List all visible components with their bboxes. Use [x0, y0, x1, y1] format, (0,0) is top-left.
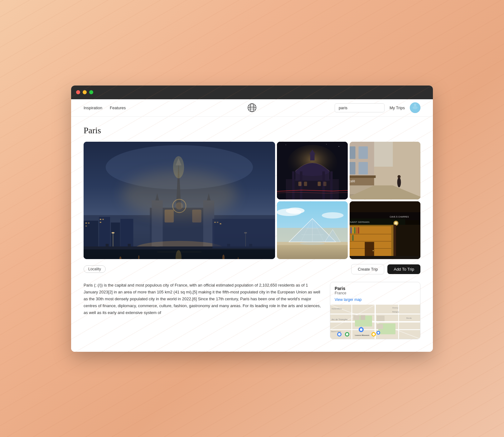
- svg-rect-118: [350, 227, 350, 233]
- saint-germain-photo[interactable]: CAVE À CHARRES LE SAINT GERMAIN: [350, 201, 420, 259]
- svg-text:Bondy: Bondy: [406, 317, 412, 319]
- avatar[interactable]: [410, 102, 420, 113]
- svg-text:LE SAINT GERMAIN: LE SAINT GERMAIN: [350, 221, 370, 223]
- svg-rect-70: [323, 182, 326, 186]
- svg-rect-121: [354, 227, 355, 233]
- svg-point-105: [300, 242, 325, 245]
- svg-text:Aubervilliers: Aubervilliers: [332, 308, 342, 310]
- svg-rect-129: [395, 225, 420, 259]
- photo-bottom-row: Locality Create Trip Add To Trip: [84, 264, 420, 274]
- svg-point-154: [377, 332, 379, 334]
- svg-rect-50: [217, 222, 218, 223]
- svg-rect-119: [350, 227, 351, 233]
- map-image[interactable]: Aubervilliers Drancy Bobigny Bondy Arc d…: [330, 305, 420, 339]
- page-title: Paris: [84, 125, 420, 135]
- svg-rect-18: [100, 222, 101, 223]
- svg-rect-69: [317, 182, 321, 186]
- svg-rect-28: [192, 209, 201, 222]
- nav-left: Inspiration Features: [84, 106, 126, 110]
- my-trips-link[interactable]: My Trips: [390, 106, 405, 110]
- svg-rect-20: [152, 200, 162, 248]
- svg-rect-125: [350, 235, 351, 241]
- svg-rect-17: [102, 219, 104, 220]
- svg-point-30: [176, 202, 183, 209]
- add-to-trip-button[interactable]: Add To Trip: [387, 264, 420, 274]
- maximize-button[interactable]: [89, 90, 93, 94]
- svg-rect-149: [377, 324, 383, 329]
- svg-text:Drancy: Drancy: [392, 307, 398, 309]
- svg-point-128: [372, 250, 374, 251]
- svg-text:Arc de Triomphe: Arc de Triomphe: [332, 318, 347, 321]
- svg-point-167: [372, 333, 375, 336]
- svg-marker-26: [207, 193, 211, 200]
- svg-rect-41: [128, 244, 131, 249]
- svg-text:Louvre Museum: Louvre Museum: [355, 334, 369, 336]
- svg-text:café: café: [350, 179, 355, 183]
- svg-point-5: [414, 104, 416, 106]
- browser-titlebar: [71, 86, 433, 99]
- logo-icon[interactable]: [247, 103, 257, 113]
- svg-point-73: [338, 146, 339, 147]
- browser-window: Inspiration Features paris My Trips: [71, 86, 433, 352]
- svg-rect-133: [393, 225, 396, 259]
- cafe-photo[interactable]: café: [350, 142, 420, 199]
- svg-rect-123: [358, 227, 359, 233]
- search-input[interactable]: paris: [335, 103, 385, 112]
- svg-point-131: [394, 222, 397, 225]
- svg-rect-51: [220, 223, 221, 224]
- photo-grid: café: [84, 142, 420, 259]
- svg-rect-16: [100, 219, 101, 220]
- svg-rect-66: [330, 171, 332, 199]
- svg-point-89: [397, 177, 401, 187]
- svg-rect-15: [85, 225, 87, 227]
- svg-point-90: [397, 175, 400, 178]
- svg-rect-81: [350, 162, 356, 174]
- svg-rect-63: [292, 171, 294, 199]
- svg-rect-122: [356, 227, 357, 233]
- description-text: Paris (; (/)) is the capital and most po…: [84, 282, 322, 316]
- dome-photo[interactable]: [277, 142, 348, 199]
- map-widget: Paris France View larger map: [330, 282, 420, 339]
- action-buttons: Create Trip Add To Trip: [351, 264, 420, 274]
- svg-rect-67: [298, 182, 301, 186]
- svg-rect-68: [304, 182, 307, 186]
- svg-point-24: [173, 156, 184, 178]
- map-info: Paris France View larger map: [330, 282, 420, 305]
- main-photo[interactable]: [84, 142, 275, 259]
- svg-rect-82: [358, 162, 368, 174]
- svg-point-4: [413, 106, 418, 109]
- svg-rect-49: [214, 222, 216, 223]
- nav-features[interactable]: Features: [110, 106, 126, 110]
- svg-rect-126: [352, 235, 353, 241]
- browser-content: Inspiration Features paris My Trips: [71, 99, 433, 352]
- svg-rect-134: [350, 256, 420, 259]
- svg-rect-120: [352, 227, 353, 233]
- svg-text:Bobigny: Bobigny: [392, 311, 399, 313]
- louvre-photo[interactable]: [277, 201, 348, 259]
- svg-rect-146: [353, 315, 360, 320]
- nav-inspiration[interactable]: Inspiration: [84, 106, 102, 110]
- svg-point-165: [346, 333, 348, 336]
- svg-rect-147: [361, 315, 365, 320]
- map-city-name: Paris: [335, 286, 416, 291]
- close-button[interactable]: [76, 90, 80, 94]
- svg-point-72: [286, 145, 286, 145]
- map-view-larger-link[interactable]: View larger map: [335, 297, 361, 302]
- locality-badge: Locality: [84, 265, 106, 273]
- svg-point-29: [173, 199, 186, 212]
- svg-text:CAVE À CHARRES: CAVE À CHARRES: [390, 215, 409, 218]
- create-trip-button[interactable]: Create Trip: [351, 264, 384, 274]
- svg-point-75: [326, 144, 327, 145]
- minimize-button[interactable]: [83, 90, 87, 94]
- svg-rect-48: [212, 219, 275, 248]
- svg-rect-13: [85, 222, 87, 223]
- navigation: Inspiration Features paris My Trips: [71, 99, 433, 117]
- svg-rect-107: [350, 201, 420, 214]
- svg-rect-79: [350, 146, 356, 159]
- nav-right: paris My Trips: [335, 102, 420, 113]
- svg-rect-14: [88, 222, 90, 223]
- svg-rect-85: [350, 175, 376, 178]
- svg-rect-148: [377, 316, 385, 321]
- svg-rect-40: [106, 244, 109, 249]
- svg-rect-27: [165, 209, 174, 222]
